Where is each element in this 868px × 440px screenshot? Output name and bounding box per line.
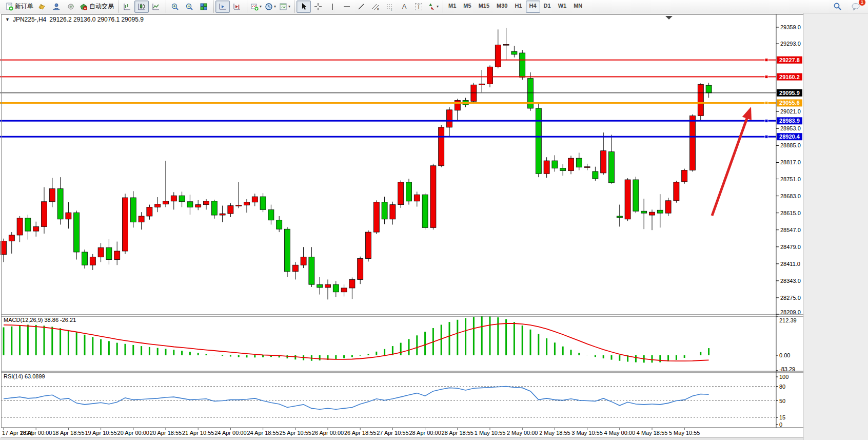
bar-chart-icon <box>123 3 131 11</box>
label-tool-icon: T <box>415 3 423 10</box>
vertical-line-button[interactable] <box>325 1 340 13</box>
channel-button[interactable]: E <box>368 1 383 13</box>
alerts-button[interactable] <box>64 1 78 13</box>
chat-button[interactable]: 1 <box>849 1 863 13</box>
clock-icon <box>265 3 273 11</box>
tile-windows-button[interactable] <box>196 1 211 13</box>
line-chart-button[interactable] <box>149 1 163 13</box>
candlestick-icon <box>137 3 146 11</box>
zoom-out-icon <box>185 3 193 11</box>
bar-chart-button[interactable] <box>120 1 134 13</box>
arrows-button[interactable]: ▾ <box>426 1 440 13</box>
timeframe-h1-button[interactable]: H1 <box>511 1 525 13</box>
arrows-caret-icon: ▾ <box>437 4 439 9</box>
fibonacci-button[interactable]: F <box>383 1 397 13</box>
fibonacci-icon: F <box>386 3 394 11</box>
zoom-group <box>166 1 212 13</box>
cursor-button[interactable] <box>297 1 311 13</box>
horizontal-line-button[interactable] <box>340 1 354 13</box>
line-chart-icon <box>152 3 160 11</box>
template-icon <box>279 3 287 11</box>
text-tool-icon: A <box>402 3 407 10</box>
crosshair-icon <box>314 3 322 11</box>
crosshair-button[interactable] <box>311 1 325 13</box>
main-toolbar: 新订单 自动交易 <box>0 0 868 13</box>
profile-icon <box>52 3 61 11</box>
indicators-caret-icon: ▾ <box>260 4 262 9</box>
auto-scroll-icon <box>219 3 227 11</box>
candlestick-button[interactable] <box>134 1 149 13</box>
indicators-icon <box>250 3 259 11</box>
zoom-in-button[interactable] <box>168 1 182 13</box>
window-bottom-edge <box>0 437 803 440</box>
market-watch-button[interactable] <box>35 1 49 13</box>
timeframe-m5-button[interactable]: M5 <box>460 1 475 13</box>
timeframe-group: M1M5M15M30H1H4D1W1MN <box>443 1 587 13</box>
timeframe-m1-button[interactable]: M1 <box>445 1 460 13</box>
cursor-icon <box>300 3 307 10</box>
new-order-label: 新订单 <box>15 2 33 11</box>
chart-type-group <box>118 1 165 13</box>
drawing-tools-group: E F A T ▾ <box>294 1 442 13</box>
periods-button[interactable]: ▾ <box>263 1 278 13</box>
insert-group: ▾ ▾ ▾ <box>247 1 293 13</box>
timeframe-h4-button[interactable]: H4 <box>526 1 540 13</box>
search-icon <box>833 2 842 11</box>
svg-text:F: F <box>391 8 393 11</box>
signal-icon <box>67 3 75 11</box>
auto-trading-icon <box>80 3 88 11</box>
timeframe-w1-button[interactable]: W1 <box>555 1 570 13</box>
ohlc-values: 29126.2 29136.0 29076.1 29095.9 <box>49 16 144 23</box>
timeframe-m30-button[interactable]: M30 <box>493 1 511 13</box>
auto-scroll-button[interactable] <box>215 1 230 13</box>
timeframe-mn-button[interactable]: MN <box>570 1 586 13</box>
chart-window[interactable] <box>0 13 803 437</box>
timeframe-m15-button[interactable]: M15 <box>475 1 493 13</box>
auto-trading-button[interactable]: 自动交易 <box>78 1 115 13</box>
indicators-button[interactable]: ▾ <box>249 1 263 13</box>
zoom-out-button[interactable] <box>182 1 196 13</box>
right-gutter <box>803 13 868 440</box>
templates-button[interactable]: ▾ <box>278 1 292 13</box>
templates-caret-icon: ▾ <box>288 4 290 9</box>
svg-text:E: E <box>377 8 379 11</box>
gold-icon <box>38 3 46 11</box>
symbol-dropdown-icon[interactable]: ▼ <box>5 17 10 22</box>
notification-badge: 1 <box>858 0 866 6</box>
chart-shift-button[interactable] <box>230 1 244 13</box>
trendline-button[interactable] <box>354 1 368 13</box>
symbol-period-label: JPN225-,H4 <box>13 16 46 23</box>
vertical-line-icon <box>329 3 336 11</box>
periods-caret-icon: ▾ <box>274 4 276 9</box>
search-button[interactable] <box>830 1 844 13</box>
macd-indicator-label: MACD(12,26,9) 38.86 -26.21 <box>4 317 76 323</box>
text-label-button[interactable]: T <box>411 1 426 13</box>
tile-windows-icon <box>200 3 208 11</box>
scroll-group <box>213 1 246 13</box>
profile-button[interactable] <box>49 1 64 13</box>
channel-icon: E <box>371 3 380 11</box>
timeframe-d1-button[interactable]: D1 <box>540 1 555 13</box>
auto-trading-label: 自动交易 <box>89 2 114 11</box>
order-group: 新订单 自动交易 <box>2 1 117 13</box>
toolbar-right: 1 <box>830 1 866 13</box>
new-order-button[interactable]: 新订单 <box>4 1 35 13</box>
chart-title: ▼ JPN225-,H4 29126.2 29136.0 29076.1 290… <box>5 16 144 23</box>
text-button[interactable]: A <box>397 1 411 13</box>
arrows-icon <box>427 3 436 11</box>
new-order-icon <box>5 3 13 11</box>
horizontal-line-icon <box>343 4 351 10</box>
trendline-icon <box>357 3 365 11</box>
chart-shift-icon <box>233 3 241 11</box>
rsi-indicator-label: RSI(14) 63.0899 <box>4 373 45 379</box>
zoom-in-icon <box>171 3 179 11</box>
